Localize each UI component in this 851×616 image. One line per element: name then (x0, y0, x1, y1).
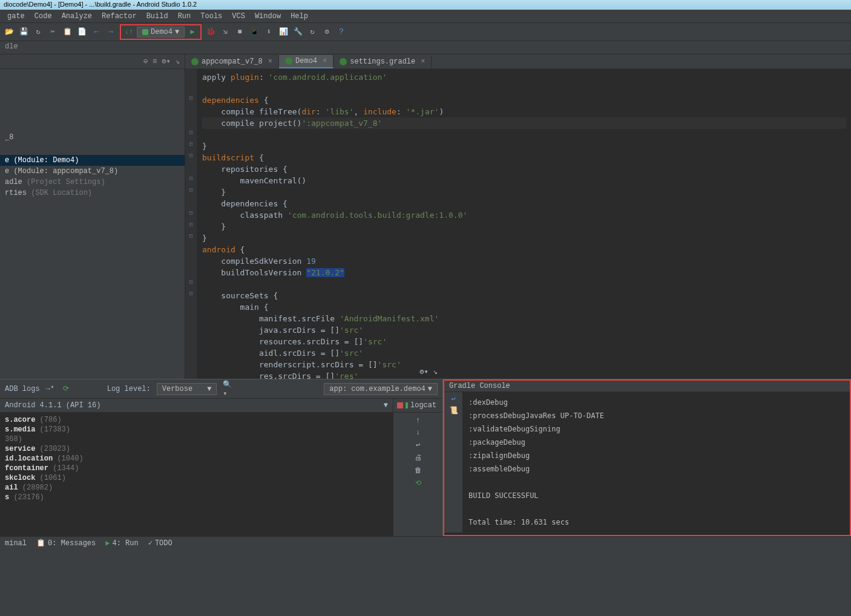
gradle-icon (285, 57, 292, 65)
dropdown-arrow-icon: ▼ (175, 28, 179, 36)
print-icon[interactable]: 🖨 (415, 453, 422, 462)
collapse-icon[interactable]: ⊖ (143, 57, 148, 66)
gradle-output[interactable]: :dexDebug:processDebugJavaRes UP-TO-DATE… (462, 392, 850, 532)
gradle-icon (340, 58, 347, 65)
scroll-icon[interactable]: 📜 (449, 406, 458, 415)
adb-logs-label[interactable]: ADB logs (5, 385, 40, 393)
tree-item[interactable]: rties (SDK Location) (0, 188, 185, 198)
gradle-icon (191, 58, 199, 65)
restart-green-icon[interactable]: ⟲ (415, 479, 421, 488)
close-icon[interactable]: × (268, 57, 272, 66)
gradle-console: Gradle Console ↩ 📜 :dexDebug:processDebu… (443, 379, 851, 536)
run-config-selector[interactable]: Demo4 ▼ (137, 27, 185, 38)
breadcrumb: dle (0, 41, 851, 54)
trash-icon[interactable]: 🗑 (415, 466, 422, 475)
logcat-panel: ⚙▾ ↘ ADB logs →* ⟳ Log level: Verbose▼ 🔍… (0, 379, 443, 536)
arrow-icon: →* (46, 385, 54, 393)
make-icon[interactable]: ↓↑ (123, 27, 134, 38)
menu-gate[interactable]: gate (4, 11, 28, 21)
code-editor[interactable]: apply plugin: 'com.android.application' … (197, 69, 851, 379)
main-toolbar: 📂 💾 ↻ ✂ 📋 📄 ← → ↓↑ Demo4 ▼ ▶ 🐞 ⇲ ■ 📱 ⬇ 📊… (0, 23, 851, 41)
editor-tabs: appcompat_v7_8 × Demo4 × settings.gradle… (185, 54, 851, 69)
monitor-icon[interactable]: 📊 (278, 27, 289, 38)
project-sidebar: ⊖ ≡ ⚙▾ ↘ _8 e (Module: Demo4) e (Module:… (0, 54, 185, 379)
restart-icon[interactable]: ⟳ (61, 384, 71, 395)
avd-icon[interactable]: 📱 (249, 27, 260, 38)
messages-tab[interactable]: 📋 0: Messages (36, 539, 96, 548)
menu-run[interactable]: Run (174, 11, 195, 21)
log-level-label: Log level: (107, 385, 151, 393)
save-icon[interactable]: 💾 (18, 27, 29, 38)
forward-icon[interactable]: → (105, 27, 116, 38)
menu-help[interactable]: Help (287, 11, 312, 21)
settings-icon[interactable]: ⚙ (321, 27, 332, 38)
menu-tools[interactable]: Tools (197, 11, 226, 21)
todo-tab[interactable]: ✓ TODO (148, 539, 172, 548)
editor-area: appcompat_v7_8 × Demo4 × settings.gradle… (185, 54, 851, 379)
hide-panel-icon[interactable]: ↘ (433, 367, 438, 376)
terminal-tab[interactable]: minal (5, 539, 27, 548)
tree-item[interactable]: _8 (0, 132, 185, 143)
tree-item[interactable]: e (Module: appcompat_v7_8) (0, 166, 185, 177)
sdk-icon[interactable]: ⬇ (263, 27, 274, 38)
run-icon[interactable]: ▶ (187, 27, 198, 38)
menu-analyze[interactable]: Analyze (58, 11, 96, 21)
up-icon[interactable]: ↑ (416, 416, 420, 425)
paste-icon[interactable]: 📄 (76, 27, 87, 38)
device-selector[interactable]: Android 4.1.1 (API 16) ▼ (0, 399, 393, 413)
menu-refactor[interactable]: Refactor (98, 11, 140, 21)
app-filter-dropdown[interactable]: app: com.example.demo4▼ (324, 383, 438, 395)
open-icon[interactable]: 📂 (4, 27, 15, 38)
tab-appcompat[interactable]: appcompat_v7_8 × (185, 56, 279, 68)
wrap-icon[interactable]: ↩ (416, 441, 420, 450)
android-icon (142, 29, 148, 35)
gradle-console-title: Gradle Console (444, 381, 850, 392)
menu-build[interactable]: Build (143, 11, 172, 21)
window-title: diocode\Demo4] - [Demo4] - ...\build.gra… (0, 0, 851, 10)
stop-icon[interactable]: ■ (234, 27, 245, 38)
project-tree[interactable]: _8 e (Module: Demo4) e (Module: appcompa… (0, 69, 185, 379)
autoscroll-icon[interactable]: ≡ (153, 57, 157, 66)
wrap-icon[interactable]: ↩ (451, 395, 455, 404)
tree-item-selected[interactable]: e (Module: Demo4) (0, 155, 185, 166)
tab-demo4[interactable]: Demo4 × (279, 55, 334, 68)
run-config-highlight: ↓↑ Demo4 ▼ ▶ (120, 24, 202, 40)
tab-label: appcompat_v7_8 (202, 57, 263, 66)
tree-item[interactable]: adle (Project Settings) (0, 177, 185, 188)
search-icon[interactable]: 🔍▾ (223, 384, 234, 395)
copy-icon[interactable]: 📋 (62, 27, 73, 38)
run-config-label: Demo4 (151, 28, 172, 36)
close-icon[interactable]: × (421, 57, 425, 66)
editor-gutter[interactable]: ⊟⊟⊟⊟⊟⊟⊟⊟⊟⊟⊟ (185, 69, 197, 379)
structure-icon[interactable]: 🔧 (292, 27, 303, 38)
hide-icon[interactable]: ↘ (176, 57, 180, 66)
sync-icon[interactable]: ↻ (33, 27, 44, 38)
log-level-dropdown[interactable]: Verbose▼ (157, 383, 217, 395)
settings-gear-icon[interactable]: ⚙▾ (162, 57, 170, 66)
menu-vcs[interactable]: VCS (228, 11, 249, 21)
back-icon[interactable]: ← (91, 27, 102, 38)
attach-icon[interactable]: ⇲ (220, 27, 231, 38)
menubar: gate Code Analyze Refactor Build Run Too… (0, 10, 851, 23)
menu-window[interactable]: Window (251, 11, 284, 21)
down-icon[interactable]: ↓ (416, 428, 420, 437)
menu-code[interactable]: Code (31, 11, 56, 21)
run-tab[interactable]: ▶ 4: Run (105, 539, 138, 548)
gradle-sync-icon[interactable]: ↻ (307, 27, 318, 38)
debug-icon[interactable]: 🐞 (205, 27, 216, 38)
dropdown-arrow-icon: ▼ (384, 401, 388, 410)
log-list[interactable]: s.acore (786)s.media (17383)368)service … (0, 413, 393, 536)
device-label: Android 4.1.1 (API 16) (5, 401, 100, 410)
logcat-tab[interactable]: logcat (393, 399, 442, 413)
help-icon[interactable]: ? (336, 27, 347, 38)
cut-icon[interactable]: ✂ (47, 27, 58, 38)
gear-icon[interactable]: ⚙▾ (419, 367, 428, 376)
statusbar: minal 📋 0: Messages ▶ 4: Run ✓ TODO (0, 536, 851, 549)
tab-label: settings.gradle (350, 57, 415, 66)
tab-label: Demo4 (295, 57, 317, 65)
close-icon[interactable]: × (323, 57, 327, 65)
tab-settings-gradle[interactable]: settings.gradle × (334, 56, 432, 68)
